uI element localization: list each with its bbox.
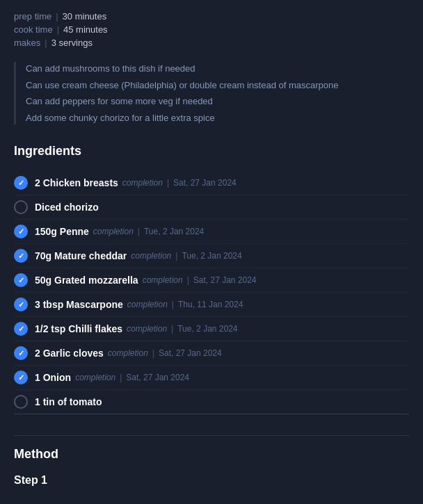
ingredients-title: Ingredients (14, 144, 409, 158)
ingredient-name: 150g Penne (35, 226, 89, 237)
check-filled-icon[interactable] (14, 273, 28, 287)
note-item-1: Can use cream cheese (Philadelphia) or d… (26, 79, 409, 92)
makes-divider: | (45, 38, 47, 48)
cook-time-value: 45 minutes (63, 24, 108, 35)
ingredient-text: 3 tbsp Mascarponecompletion|Thu, 11 Jan … (35, 299, 243, 310)
check-filled-icon[interactable] (14, 249, 28, 263)
pipe-divider: | (187, 275, 189, 285)
completion-date: Tue, 2 Jan 2024 (144, 227, 204, 236)
check-filled-icon[interactable] (14, 176, 28, 190)
completion-date: Thu, 11 Jan 2024 (178, 300, 243, 309)
pipe-divider: | (171, 324, 173, 334)
pipe-divider: | (138, 227, 140, 236)
prep-time-value: 30 minutes (63, 11, 107, 22)
ingredient-name: 50g Grated mozzarella (35, 275, 138, 286)
check-filled-icon[interactable] (14, 371, 28, 384)
ingredient-name: 70g Mature cheddar (35, 250, 127, 261)
check-filled-icon[interactable] (14, 225, 28, 238)
makes-value: 3 servings (51, 38, 93, 48)
pipe-divider: | (175, 251, 177, 261)
ingredient-row[interactable]: 70g Mature cheddarcompletion|Tue, 2 Jan … (14, 244, 409, 268)
section-divider (14, 435, 409, 436)
check-empty-icon[interactable] (14, 200, 28, 214)
check-filled-icon[interactable] (14, 298, 28, 311)
step-1-title: Step 1 (14, 474, 409, 487)
cook-time-row: cook time | 45 minutes (14, 24, 409, 35)
ingredient-row[interactable]: 3 tbsp Mascarponecompletion|Thu, 11 Jan … (14, 293, 409, 317)
ingredient-row[interactable]: 1/2 tsp Chilli flakescompletion|Tue, 2 J… (14, 317, 409, 341)
cook-time-label: cook time (14, 24, 53, 35)
ingredient-text: 1 tin of tomato (35, 396, 102, 407)
completion-label: completion (93, 227, 134, 236)
completion-label: completion (127, 324, 167, 334)
meta-section: prep time | 30 minutes cook time | 45 mi… (14, 11, 409, 48)
completion-label: completion (108, 348, 148, 358)
ingredients-list: 2 Chicken breastscompletion|Sat, 27 Jan … (14, 171, 409, 414)
check-filled-icon[interactable] (14, 322, 28, 336)
pipe-divider: | (152, 348, 154, 358)
note-item-3: Add some chunky chorizo for a little ext… (26, 111, 409, 125)
prep-time-label: prep time (14, 11, 51, 22)
ingredient-row[interactable]: Diced chorizo (14, 195, 409, 220)
ingredient-name: 2 Garlic cloves (35, 348, 104, 359)
ingredient-name: Diced chorizo (35, 202, 99, 213)
completion-date: Sat, 27 Jan 2024 (173, 178, 237, 188)
ingredient-row[interactable]: 150g Pennecompletion|Tue, 2 Jan 2024 (14, 220, 409, 244)
ingredient-text: 1 Onioncompletion|Sat, 27 Jan 2024 (35, 372, 189, 383)
completion-date: Sat, 27 Jan 2024 (159, 348, 222, 358)
ingredient-row[interactable]: 50g Grated mozzarellacompletion|Sat, 27 … (14, 268, 409, 293)
pipe-divider: | (172, 300, 174, 309)
ingredient-name: 1/2 tsp Chilli flakes (35, 323, 122, 334)
ingredient-text: 2 Chicken breastscompletion|Sat, 27 Jan … (35, 177, 237, 188)
completion-date: Sat, 27 Jan 2024 (126, 373, 189, 382)
ingredient-text: 2 Garlic clovescompletion|Sat, 27 Jan 20… (35, 348, 222, 359)
check-filled-icon[interactable] (14, 346, 28, 360)
completion-label: completion (127, 300, 168, 309)
completion-label: completion (122, 178, 163, 188)
completion-date: Tue, 2 Jan 2024 (182, 251, 241, 261)
ingredient-name: 3 tbsp Mascarpone (35, 299, 123, 310)
ingredient-row[interactable]: 2 Chicken breastscompletion|Sat, 27 Jan … (14, 171, 409, 195)
makes-row: makes | 3 servings (14, 38, 409, 48)
notes-section: Can add mushrooms to this dish if needed… (14, 62, 409, 124)
makes-label: makes (14, 38, 40, 48)
ingredient-name: 2 Chicken breasts (35, 177, 118, 188)
note-item-2: Can add peppers for some more veg if nee… (26, 95, 409, 108)
ingredient-text: 70g Mature cheddarcompletion|Tue, 2 Jan … (35, 250, 242, 261)
ingredient-text: 50g Grated mozzarellacompletion|Sat, 27 … (35, 275, 257, 286)
completion-label: completion (143, 275, 183, 285)
check-empty-icon[interactable] (14, 395, 28, 409)
ingredient-name: 1 tin of tomato (35, 396, 102, 407)
completion-date: Tue, 2 Jan 2024 (177, 324, 237, 334)
ingredient-text: 150g Pennecompletion|Tue, 2 Jan 2024 (35, 226, 204, 237)
cook-time-divider: | (57, 24, 59, 35)
method-section: Method Step 1 (14, 447, 409, 487)
prep-time-divider: | (56, 11, 58, 22)
pipe-divider: | (120, 373, 122, 382)
completion-label: completion (131, 251, 171, 261)
note-item-0: Can add mushrooms to this dish if needed (26, 62, 409, 76)
completion-label: completion (75, 373, 115, 382)
ingredient-text: Diced chorizo (35, 202, 99, 213)
ingredients-section: Ingredients 2 Chicken breastscompletion|… (14, 144, 409, 414)
ingredient-row[interactable]: 1 tin of tomato (14, 390, 409, 414)
method-title: Method (14, 447, 409, 462)
ingredient-row[interactable]: 2 Garlic clovescompletion|Sat, 27 Jan 20… (14, 341, 409, 366)
pipe-divider: | (167, 178, 169, 188)
completion-date: Sat, 27 Jan 2024 (193, 275, 257, 285)
ingredient-text: 1/2 tsp Chilli flakescompletion|Tue, 2 J… (35, 323, 238, 334)
ingredient-row[interactable]: 1 Onioncompletion|Sat, 27 Jan 2024 (14, 366, 409, 390)
ingredient-name: 1 Onion (35, 372, 71, 383)
prep-time-row: prep time | 30 minutes (14, 11, 409, 22)
